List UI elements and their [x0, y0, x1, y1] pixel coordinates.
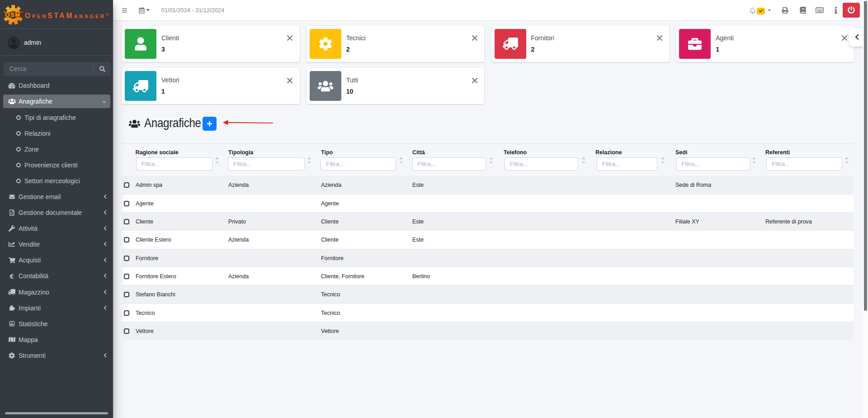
svg-text:OSM: OSM [5, 12, 20, 18]
